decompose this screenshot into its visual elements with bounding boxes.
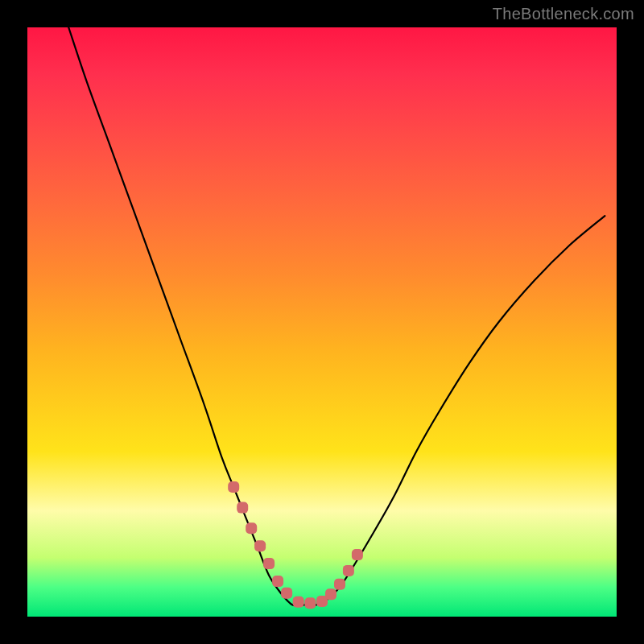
marker-point <box>293 597 304 608</box>
marker-point <box>263 558 275 569</box>
marker-point <box>272 576 283 587</box>
plot-area <box>27 27 617 617</box>
watermark-text: TheBottleneck.com <box>493 5 634 23</box>
marker-point <box>343 565 354 576</box>
chart-frame: TheBottleneck.com <box>0 0 644 644</box>
marker-point <box>352 549 363 560</box>
marker-point <box>304 597 316 609</box>
marker-point <box>254 540 266 551</box>
marker-point <box>237 502 248 514</box>
bottleneck-curve-path <box>68 27 605 605</box>
marker-point <box>246 522 257 534</box>
marker-point <box>334 579 345 590</box>
marker-group <box>228 481 363 609</box>
curve-overlay <box>27 27 617 617</box>
marker-point <box>228 481 239 493</box>
marker-point <box>325 588 336 600</box>
marker-point <box>281 588 292 599</box>
